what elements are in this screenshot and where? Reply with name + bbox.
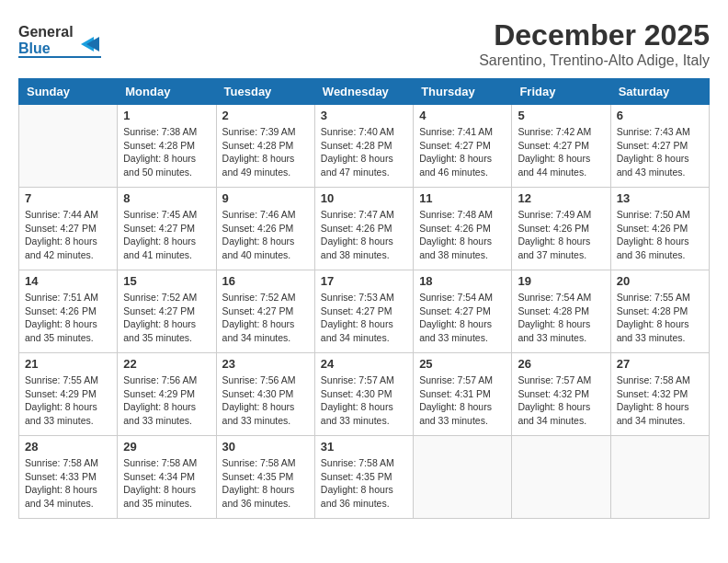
day-info: Sunrise: 7:58 AMSunset: 4:35 PMDaylight:…: [321, 456, 407, 511]
day-info: Sunrise: 7:45 AMSunset: 4:27 PMDaylight:…: [123, 208, 210, 262]
day-number: 4: [419, 109, 506, 122]
header-wednesday: Wednesday: [314, 79, 413, 105]
table-row: [414, 436, 512, 519]
day-number: 7: [25, 191, 111, 205]
table-row: [610, 436, 709, 519]
day-number: 16: [222, 274, 309, 288]
day-number: 22: [123, 357, 210, 371]
table-row: 23Sunrise: 7:56 AMSunset: 4:30 PMDayligh…: [216, 353, 314, 436]
day-number: 15: [123, 274, 210, 288]
day-number: 12: [518, 191, 604, 205]
logo-svg: General Blue: [18, 18, 110, 63]
svg-text:Blue: Blue: [18, 40, 51, 56]
day-info: Sunrise: 7:51 AMSunset: 4:26 PMDaylight:…: [25, 291, 111, 345]
day-number: 5: [518, 109, 604, 122]
header-sunday: Sunday: [19, 79, 118, 105]
day-number: 23: [222, 357, 309, 371]
table-row: 30Sunrise: 7:58 AMSunset: 4:35 PMDayligh…: [216, 436, 314, 519]
day-info: Sunrise: 7:50 AMSunset: 4:26 PMDaylight:…: [617, 208, 703, 262]
day-info: Sunrise: 7:48 AMSunset: 4:26 PMDaylight:…: [419, 208, 506, 262]
day-number: 6: [617, 109, 703, 122]
day-number: 30: [222, 440, 309, 454]
table-row: 6Sunrise: 7:43 AMSunset: 4:27 PMDaylight…: [610, 105, 709, 188]
day-number: 26: [518, 357, 604, 371]
day-number: 19: [518, 274, 604, 288]
header-tuesday: Tuesday: [216, 79, 314, 105]
day-info: Sunrise: 7:55 AMSunset: 4:29 PMDaylight:…: [25, 373, 111, 428]
table-row: 12Sunrise: 7:49 AMSunset: 4:26 PMDayligh…: [512, 188, 610, 270]
day-number: 24: [321, 357, 407, 371]
table-row: 24Sunrise: 7:57 AMSunset: 4:30 PMDayligh…: [314, 353, 413, 436]
table-row: 26Sunrise: 7:57 AMSunset: 4:32 PMDayligh…: [512, 353, 610, 436]
table-row: 7Sunrise: 7:44 AMSunset: 4:27 PMDaylight…: [19, 188, 118, 270]
location: Sarentino, Trentino-Alto Adige, Italy: [479, 52, 710, 69]
day-number: 3: [321, 109, 407, 122]
table-row: 5Sunrise: 7:42 AMSunset: 4:27 PMDaylight…: [512, 105, 610, 188]
table-row: 4Sunrise: 7:41 AMSunset: 4:27 PMDaylight…: [414, 105, 512, 188]
header-thursday: Thursday: [414, 79, 512, 105]
calendar-week-row: 14Sunrise: 7:51 AMSunset: 4:26 PMDayligh…: [19, 270, 710, 353]
table-row: 27Sunrise: 7:58 AMSunset: 4:32 PMDayligh…: [610, 353, 709, 436]
table-row: 2Sunrise: 7:39 AMSunset: 4:28 PMDaylight…: [216, 105, 314, 188]
day-info: Sunrise: 7:52 AMSunset: 4:27 PMDaylight:…: [123, 291, 210, 345]
table-row: 29Sunrise: 7:58 AMSunset: 4:34 PMDayligh…: [118, 436, 216, 519]
table-row: 28Sunrise: 7:58 AMSunset: 4:33 PMDayligh…: [19, 436, 118, 519]
day-info: Sunrise: 7:58 AMSunset: 4:33 PMDaylight:…: [25, 456, 111, 511]
day-number: 2: [222, 109, 309, 122]
day-info: Sunrise: 7:57 AMSunset: 4:32 PMDaylight:…: [518, 373, 604, 428]
day-info: Sunrise: 7:58 AMSunset: 4:35 PMDaylight:…: [222, 456, 309, 511]
day-info: Sunrise: 7:43 AMSunset: 4:27 PMDaylight:…: [617, 125, 703, 179]
table-row: 25Sunrise: 7:57 AMSunset: 4:31 PMDayligh…: [414, 353, 512, 436]
table-row: 19Sunrise: 7:54 AMSunset: 4:28 PMDayligh…: [512, 270, 610, 353]
day-number: 18: [419, 274, 506, 288]
table-row: 13Sunrise: 7:50 AMSunset: 4:26 PMDayligh…: [610, 188, 709, 270]
table-row: 17Sunrise: 7:53 AMSunset: 4:27 PMDayligh…: [314, 270, 413, 353]
day-info: Sunrise: 7:49 AMSunset: 4:26 PMDaylight:…: [518, 208, 604, 262]
title-area: December 2025 Sarentino, Trentino-Alto A…: [479, 18, 710, 69]
day-info: Sunrise: 7:55 AMSunset: 4:28 PMDaylight:…: [617, 291, 703, 345]
day-number: 28: [25, 440, 111, 454]
table-row: 18Sunrise: 7:54 AMSunset: 4:27 PMDayligh…: [414, 270, 512, 353]
table-row: 10Sunrise: 7:47 AMSunset: 4:26 PMDayligh…: [314, 188, 413, 270]
day-number: 13: [617, 191, 703, 205]
table-row: 20Sunrise: 7:55 AMSunset: 4:28 PMDayligh…: [610, 270, 709, 353]
calendar-header-row: Sunday Monday Tuesday Wednesday Thursday…: [19, 79, 710, 105]
day-info: Sunrise: 7:47 AMSunset: 4:26 PMDaylight:…: [321, 208, 407, 262]
header-monday: Monday: [118, 79, 216, 105]
day-info: Sunrise: 7:54 AMSunset: 4:28 PMDaylight:…: [518, 291, 604, 345]
day-info: Sunrise: 7:58 AMSunset: 4:34 PMDaylight:…: [123, 456, 210, 511]
table-row: 3Sunrise: 7:40 AMSunset: 4:28 PMDaylight…: [314, 105, 413, 188]
day-info: Sunrise: 7:54 AMSunset: 4:27 PMDaylight:…: [419, 291, 506, 345]
table-row: 11Sunrise: 7:48 AMSunset: 4:26 PMDayligh…: [414, 188, 512, 270]
table-row: 21Sunrise: 7:55 AMSunset: 4:29 PMDayligh…: [19, 353, 118, 436]
table-row: [512, 436, 610, 519]
month-title: December 2025: [479, 18, 710, 52]
svg-text:General: General: [18, 24, 74, 40]
table-row: 31Sunrise: 7:58 AMSunset: 4:35 PMDayligh…: [314, 436, 413, 519]
day-number: 1: [123, 109, 210, 122]
day-number: 31: [321, 440, 407, 454]
day-number: 21: [25, 357, 111, 371]
table-row: 16Sunrise: 7:52 AMSunset: 4:27 PMDayligh…: [216, 270, 314, 353]
day-info: Sunrise: 7:53 AMSunset: 4:27 PMDaylight:…: [321, 291, 407, 345]
page-header: General Blue December 2025 Sarentino, Tr…: [18, 18, 710, 69]
day-number: 9: [222, 191, 309, 205]
table-row: 1Sunrise: 7:38 AMSunset: 4:28 PMDaylight…: [118, 105, 216, 188]
calendar-week-row: 7Sunrise: 7:44 AMSunset: 4:27 PMDaylight…: [19, 188, 710, 270]
day-number: 11: [419, 191, 506, 205]
day-number: 17: [321, 274, 407, 288]
table-row: [19, 105, 118, 188]
day-info: Sunrise: 7:38 AMSunset: 4:28 PMDaylight:…: [123, 125, 210, 179]
day-info: Sunrise: 7:52 AMSunset: 4:27 PMDaylight:…: [222, 291, 309, 345]
calendar-week-row: 21Sunrise: 7:55 AMSunset: 4:29 PMDayligh…: [19, 353, 710, 436]
day-number: 10: [321, 191, 407, 205]
logo: General Blue: [18, 18, 110, 63]
day-info: Sunrise: 7:57 AMSunset: 4:30 PMDaylight:…: [321, 373, 407, 428]
day-info: Sunrise: 7:46 AMSunset: 4:26 PMDaylight:…: [222, 208, 309, 262]
day-number: 14: [25, 274, 111, 288]
table-row: 9Sunrise: 7:46 AMSunset: 4:26 PMDaylight…: [216, 188, 314, 270]
header-friday: Friday: [512, 79, 610, 105]
day-info: Sunrise: 7:44 AMSunset: 4:27 PMDaylight:…: [25, 208, 111, 262]
day-info: Sunrise: 7:41 AMSunset: 4:27 PMDaylight:…: [419, 125, 506, 179]
day-number: 29: [123, 440, 210, 454]
